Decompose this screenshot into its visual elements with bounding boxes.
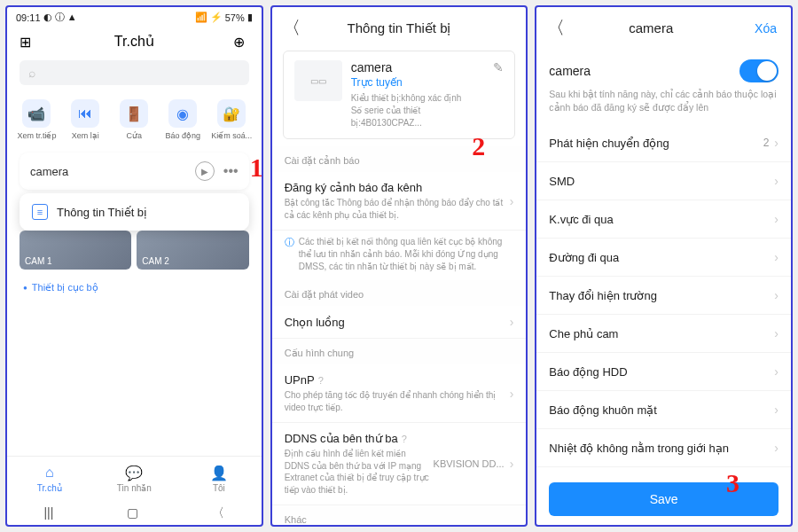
row-hdd-alarm[interactable]: Báo động HDD› xyxy=(536,353,791,391)
local-device-label: Thiết bị cục bộ xyxy=(23,282,246,293)
panel-alarm-subscription: 〈 camera Xóa camera Sau khi bật tính năn… xyxy=(535,5,793,527)
step-number-3: 3 xyxy=(726,468,739,498)
device-info-popover[interactable]: ≡ Thông tin Thiết bị xyxy=(20,193,249,231)
row-temperature[interactable]: Nhiệt độ không nằm trong giới hạn› xyxy=(536,429,791,467)
nav-home-icon[interactable]: ▢ xyxy=(127,505,138,521)
panel-home: 09:11 ◐ ⓘ ▲ 📶 ⚡ 57% ▮ ⊞ Tr.chủ ⊕ ⌕ 📹Xem … xyxy=(5,5,263,527)
row-title: Báo động HDD xyxy=(549,365,774,379)
save-button[interactable]: Save xyxy=(549,482,778,516)
row-title: Thay đổi hiện trường xyxy=(549,289,774,302)
row-smd[interactable]: SMD› xyxy=(536,162,791,200)
access-icon: 🔐 xyxy=(217,99,246,128)
chevron-right-icon: › xyxy=(774,403,778,417)
device-meta: Kiểu thiết bị:không xác địnhSố serie của… xyxy=(351,92,485,129)
add-icon[interactable]: ⊕ xyxy=(233,34,249,50)
row-title: Che phủ cam xyxy=(549,327,774,340)
cam-thumb-2[interactable]: CAM 2 xyxy=(137,231,248,270)
page-title: Tr.chủ xyxy=(114,33,154,50)
page-title: Thông tin Thiết bị xyxy=(283,20,516,36)
search-input[interactable]: ⌕ xyxy=(20,60,249,85)
row-tripwire[interactable]: Đường đi qua› xyxy=(536,239,791,277)
chevron-right-icon: › xyxy=(774,174,778,188)
info-doc-icon: ≡ xyxy=(32,204,48,220)
edit-icon[interactable]: ✎ xyxy=(493,60,504,129)
row-face-alarm[interactable]: Báo động khuôn mặt› xyxy=(536,391,791,429)
shortcut-label: Cửa xyxy=(112,131,156,140)
row-title: Đường đi qua xyxy=(549,251,774,264)
chevron-right-icon: › xyxy=(774,136,778,150)
row-title: K.vực đi qua xyxy=(549,213,774,226)
row-subtitle: Định cấu hình để liên kết miền DDNS của … xyxy=(285,448,434,496)
user-icon: 👤 xyxy=(209,464,229,481)
device-card: camera ▶ ••• xyxy=(20,153,249,190)
device-name: camera xyxy=(351,60,485,74)
status-bar: 09:11 ◐ ⓘ ▲ 📶 ⚡ 57% ▮ xyxy=(7,7,262,27)
shortcut-live[interactable]: 📹Xem tr.tiếp xyxy=(14,99,59,140)
message-icon: 💬 xyxy=(124,464,144,481)
toggle-label: camera xyxy=(549,64,591,78)
shortcut-playback[interactable]: ⏮Xem lại xyxy=(63,99,107,140)
row-motion-detection[interactable]: Phát hiện chuyển động2› xyxy=(536,124,791,162)
row-scene-change[interactable]: Thay đổi hiện trường› xyxy=(536,277,791,315)
chevron-right-icon: › xyxy=(510,194,514,208)
help-icon[interactable]: ? xyxy=(318,375,324,386)
row-title: UPnP? xyxy=(285,373,510,387)
row-subtitle: Bật công tắc Thông báo để nhận thông báo… xyxy=(285,197,510,221)
step-number-1: 1 xyxy=(250,153,263,183)
chevron-right-icon: › xyxy=(510,315,514,329)
shortcut-door[interactable]: 🚪Cửa xyxy=(112,99,156,140)
recent-apps-icon[interactable]: ||| xyxy=(43,505,53,521)
device-name: camera xyxy=(30,165,68,178)
status-battery: 57% xyxy=(225,12,245,23)
shortcut-label: Báo động xyxy=(160,131,205,140)
shortcut-alarm[interactable]: ◉Báo động xyxy=(160,99,205,140)
tab-messages[interactable]: 💬Tin nhắn xyxy=(92,457,177,498)
playback-icon: ⏮ xyxy=(71,99,99,128)
tab-me[interactable]: 👤Tôi xyxy=(176,457,262,498)
row-title: SMD xyxy=(549,175,774,188)
page-title: camera xyxy=(547,20,755,35)
live-icon: 📹 xyxy=(22,99,51,128)
bottom-tabbar: ⌂Tr.chủ 💬Tin nhắn 👤Tôi xyxy=(7,456,262,498)
nav-back-icon[interactable]: 〈 xyxy=(212,505,224,521)
header: 〈 camera Xóa xyxy=(536,7,791,47)
row-title: Báo động khuôn mặt xyxy=(549,403,774,417)
chevron-right-icon: › xyxy=(510,387,514,401)
row-stream[interactable]: Chọn luồng › xyxy=(272,306,527,339)
row-title: Nhiệt độ không nằm trong giới hạn xyxy=(549,442,774,455)
section-alarm-settings: Cài đặt cảnh báo xyxy=(272,146,527,172)
tab-label: Tôi xyxy=(213,483,225,493)
section-video-settings: Cài đặt phát video xyxy=(272,280,527,306)
android-navbar: ||| ▢ 〈 xyxy=(7,498,262,525)
more-icon[interactable]: ••• xyxy=(223,163,239,179)
camera-enable-toggle[interactable] xyxy=(739,59,778,82)
tab-label: Tin nhắn xyxy=(117,483,152,493)
help-icon[interactable]: ? xyxy=(402,434,407,444)
tab-label: Tr.chủ xyxy=(37,483,62,493)
row-title: Chọn luồng xyxy=(285,316,510,329)
row-upnp[interactable]: UPnP? Cho phép tăng tốc độ truyền để nha… xyxy=(272,364,527,423)
section-other: Khác xyxy=(272,505,527,525)
tab-home[interactable]: ⌂Tr.chủ xyxy=(7,457,92,498)
alarm-icon: ◉ xyxy=(168,99,197,128)
battery-icon: ▮ xyxy=(247,12,253,23)
shortcut-label: Xem tr.tiếp xyxy=(14,131,59,140)
row-title: Phát hiện chuyển động xyxy=(549,137,763,150)
row-intrusion[interactable]: K.vực đi qua› xyxy=(536,200,791,239)
chevron-right-icon: › xyxy=(774,441,778,455)
chevron-right-icon: › xyxy=(774,326,778,340)
info-note: Các thiết bị kết nối thông qua liên kết … xyxy=(272,231,527,280)
row-other-alarm[interactable]: Cảnh báo khác› xyxy=(536,467,791,475)
row-ddns[interactable]: DDNS của bên thứ ba? Định cấu hình để li… xyxy=(272,423,527,505)
shortcut-access[interactable]: 🔐Kiểm soá... xyxy=(209,99,254,140)
play-icon[interactable]: ▶ xyxy=(195,161,215,181)
grid-icon[interactable]: ⊞ xyxy=(20,34,35,50)
row-title: DDNS của bên thứ ba? xyxy=(285,432,434,445)
step-number-2: 2 xyxy=(472,131,485,161)
cam-thumb-1[interactable]: CAM 1 xyxy=(20,231,131,270)
chevron-right-icon: › xyxy=(510,457,514,471)
delete-button[interactable]: Xóa xyxy=(755,21,780,35)
row-multi-channel-alarm[interactable]: Đăng ký cảnh báo đa kênh Bật công tắc Th… xyxy=(272,172,527,231)
row-cam-masking[interactable]: Che phủ cam› xyxy=(536,315,791,353)
shortcut-label: Kiểm soá... xyxy=(209,131,254,140)
